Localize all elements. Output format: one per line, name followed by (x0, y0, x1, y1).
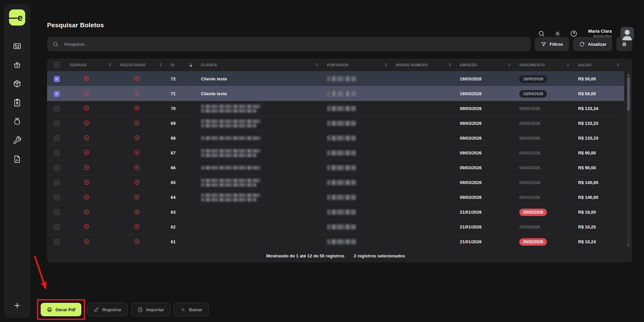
theme-sun-icon[interactable] (554, 30, 561, 37)
brand-logo[interactable]: e (9, 9, 25, 26)
baixar-button[interactable]: Baixar (174, 303, 209, 316)
table-row[interactable]: 6321/01/202620/02/2026R$ 18,00 (47, 205, 624, 219)
gerar-pdf-button[interactable]: Gerar Pdf (41, 303, 81, 316)
table-row[interactable]: 7009/03/202608/06/2026R$ 133,34 (47, 101, 624, 116)
cell-gerado (66, 149, 116, 157)
table-row[interactable]: 6121/01/202620/02/2026R$ 10,24 (47, 234, 624, 249)
cell-cliente (197, 148, 323, 158)
cell-checkbox (47, 194, 66, 201)
sidebar: e (4, 4, 30, 318)
sort-arrows-icon[interactable] (617, 63, 619, 67)
scroll-up-arrow[interactable] (627, 74, 630, 76)
cell-emissao: 21/01/2026 (456, 239, 515, 244)
column-header-portador[interactable]: PORTADOR (323, 59, 392, 71)
cell-saldo: R$ 50,00 (574, 76, 624, 81)
column-header-emiss-o[interactable]: EMISSÃO (456, 59, 515, 71)
sidebar-item-5[interactable] (13, 117, 22, 126)
column-header-select-all[interactable] (47, 59, 66, 71)
redacted-portador-text (327, 150, 356, 155)
help-icon[interactable] (570, 30, 577, 37)
redacted-cliente-text (201, 124, 256, 128)
table-row[interactable]: 6509/03/202608/05/2026R$ 140,00 (47, 175, 624, 190)
sidebar-item-6[interactable] (13, 136, 22, 145)
search-box (47, 37, 531, 51)
cell-vencimento: 08/04/2026 (515, 165, 574, 170)
row-checkbox[interactable] (54, 150, 60, 156)
user-name: Maria Clara (588, 29, 612, 34)
search-icon[interactable] (538, 30, 545, 37)
avatar[interactable] (620, 27, 634, 40)
redacted-portador-text (327, 106, 356, 111)
vertical-scrollbar (627, 73, 630, 248)
table-row[interactable]: 6909/03/202608/05/2026R$ 133,33 (47, 116, 624, 131)
row-checkbox[interactable] (54, 120, 60, 127)
registrado-error-icon (134, 135, 140, 141)
cell-emissao: 19/03/2026 (456, 91, 515, 96)
row-checkbox[interactable] (54, 209, 60, 215)
sort-arrows-icon[interactable] (448, 63, 451, 67)
cell-saldo: R$ 10,24 (574, 239, 624, 244)
sidebar-item-7[interactable] (13, 155, 22, 164)
row-checkbox[interactable]: ✓ (54, 76, 60, 82)
sort-arrows-icon[interactable] (109, 63, 112, 67)
sidebar-add-button[interactable] (13, 301, 22, 310)
sort-arrows-icon[interactable] (567, 63, 569, 67)
column-header-id[interactable]: ID (167, 59, 197, 71)
refresh-button-label: Atualizar (588, 42, 606, 47)
row-checkbox[interactable] (54, 239, 60, 245)
column-label: VENCIMENTO (519, 63, 545, 67)
cell-emissao: 09/03/2026 (456, 106, 515, 111)
search-input[interactable] (64, 42, 525, 47)
sort-arrows-icon[interactable] (385, 63, 387, 67)
column-header-cliente[interactable]: CLIENTE (197, 59, 323, 71)
shopping-basket-icon (13, 61, 22, 69)
row-checkbox[interactable] (54, 194, 60, 201)
table-row[interactable]: 6809/03/202608/04/2026R$ 133,33 (47, 131, 624, 145)
column-label: GERADO (70, 63, 87, 67)
table-row[interactable]: ✓71Cliente teste19/03/202618/04/2026R$ 5… (47, 86, 624, 101)
cell-vencimento: 08/05/2026 (515, 150, 574, 155)
column-header-vencimento[interactable]: VENCIMENTO (515, 59, 574, 71)
column-header-nosso-n-mero[interactable]: NOSSO NÚMERO (392, 59, 456, 71)
table-row[interactable]: 6409/03/202608/04/2026R$ 140,00 (47, 190, 624, 205)
registrado-error-icon (134, 179, 140, 185)
table-row[interactable]: 6221/01/202623/03/2026R$ 10,25 (47, 219, 624, 234)
row-checkbox[interactable]: ✓ (54, 91, 60, 97)
sort-arrows-icon[interactable] (190, 63, 192, 67)
registrar-button[interactable]: Registrar (87, 303, 128, 316)
sort-arrows-icon[interactable] (316, 63, 318, 67)
column-label: NOSSO NÚMERO (396, 63, 428, 67)
row-checkbox[interactable] (54, 180, 60, 186)
cell-saldo: R$ 90,00 (574, 165, 624, 170)
registrado-error-icon (134, 149, 140, 156)
sidebar-item-1[interactable] (13, 42, 22, 50)
main-area: Maria Clara Automotivo Pesquisar Boletos… (30, 22, 644, 322)
printer-icon (47, 307, 52, 313)
cell-checkbox (47, 239, 66, 245)
table-row[interactable]: ✓72Cliente teste19/03/202618/05/2026R$ 5… (47, 71, 624, 86)
redacted-cliente-text (201, 136, 261, 140)
scroll-down-arrow[interactable] (627, 245, 630, 246)
sidebar-item-3[interactable] (13, 79, 22, 88)
table-row[interactable]: 6709/03/202608/05/2026R$ 90,00 (47, 145, 624, 160)
cell-checkbox (47, 224, 66, 230)
sidebar-item-2[interactable] (13, 61, 22, 69)
select-all-checkbox[interactable] (54, 62, 60, 68)
column-header-gerado[interactable]: GERADO (66, 59, 116, 71)
row-checkbox[interactable] (54, 224, 60, 230)
baixar-label: Baixar (189, 307, 202, 312)
cell-registrado (116, 179, 167, 186)
table-row[interactable]: 6609/03/202608/04/2026R$ 90,00 (47, 160, 624, 175)
sort-arrows-icon[interactable] (508, 63, 511, 67)
cell-saldo: R$ 18,00 (574, 210, 624, 215)
sort-arrows-icon[interactable] (159, 63, 162, 67)
importar-button[interactable]: Importar (131, 303, 170, 316)
topbar: Maria Clara Automotivo (538, 27, 634, 40)
column-header-saldo[interactable]: SALDO (574, 59, 624, 71)
row-checkbox[interactable] (54, 165, 60, 171)
sidebar-item-4[interactable] (13, 98, 22, 107)
scrollbar-thumb[interactable] (627, 77, 630, 111)
row-checkbox[interactable] (54, 135, 60, 141)
row-checkbox[interactable] (54, 106, 60, 112)
column-header-registrado[interactable]: REGISTRADO (116, 59, 167, 71)
